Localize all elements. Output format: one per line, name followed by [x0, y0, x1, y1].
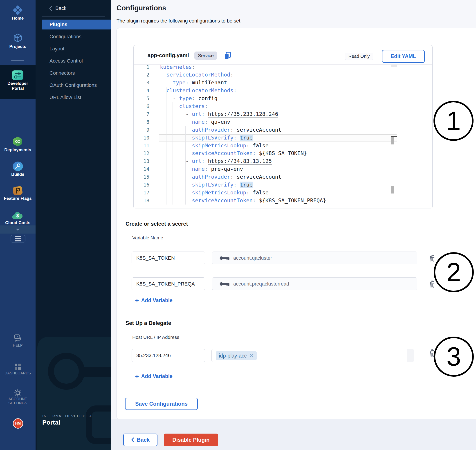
- svg-text:$: $: [16, 213, 19, 218]
- sidebar-item-cloud-costs[interactable]: Cloud Costs: [0, 220, 35, 225]
- annotation-circle-1: 1: [434, 101, 474, 141]
- code-line-15: 15 authProvider: serviceAccount: [134, 173, 391, 181]
- code-line-14: 14 name: pre-qa-env: [134, 165, 391, 173]
- cloud-costs-icon[interactable]: $: [0, 211, 35, 221]
- code-editor[interactable]: 1kubernetes:2 serviceLocatorMethod:3 typ…: [134, 64, 432, 209]
- brand-line2: Portal: [42, 419, 60, 426]
- yaml-filename: app-config.yaml: [147, 52, 189, 59]
- edit-yaml-button[interactable]: Edit YAML: [382, 50, 425, 63]
- builds-icon[interactable]: [0, 161, 35, 172]
- code-line-8: 8 name: qa-env: [134, 118, 391, 126]
- code-line-4: 4 clusterLocatorMethods:: [134, 87, 391, 95]
- code-line-6: 6 clusters:: [134, 102, 391, 110]
- page-subtitle: The plugin requires the following config…: [117, 18, 242, 24]
- delegate-section-title: Set Up a Delegate: [125, 320, 171, 326]
- key-icon: [219, 256, 230, 261]
- menu-item-plugins[interactable]: Plugins: [42, 20, 111, 30]
- scrollbar-corner: [391, 65, 397, 67]
- code-line-2: 2 serviceLocatorMethod:: [134, 71, 391, 79]
- dashboards-icon[interactable]: [0, 362, 35, 372]
- copy-icon[interactable]: [223, 52, 232, 60]
- secret-section-title: Create or select a secret: [125, 221, 188, 227]
- plus-icon: +: [135, 373, 139, 379]
- save-configurations-button[interactable]: Save Configurations: [125, 398, 198, 410]
- sidebar-item-help[interactable]: HELP: [0, 343, 35, 348]
- avatar[interactable]: HM: [13, 418, 23, 429]
- close-icon[interactable]: ✕: [249, 353, 253, 359]
- back-nav[interactable]: Back: [49, 6, 66, 11]
- back-button[interactable]: Back: [123, 434, 158, 446]
- code-line-5: 5 - type: config: [134, 95, 391, 102]
- harness-logo-icon[interactable]: [0, 5, 35, 17]
- sidebar-item-deployments[interactable]: Deployments: [0, 147, 35, 152]
- code-line-9: 9 authProvider: serviceAccount: [134, 126, 391, 134]
- sidebar-item-home[interactable]: Home: [0, 16, 35, 21]
- back-label: Back: [55, 6, 66, 11]
- help-icon[interactable]: ?: [0, 334, 35, 344]
- sidebar-item-account-settings[interactable]: ACCOUNTSETTINGS: [0, 397, 35, 405]
- plus-icon: +: [135, 298, 139, 303]
- code-line-3: 3 type: multiTenant: [134, 79, 391, 87]
- sidebar-item-projects[interactable]: Projects: [0, 44, 35, 49]
- decorative-stub: [83, 367, 111, 377]
- annotation-circle-2: 2: [434, 252, 474, 292]
- code-line-16: 16 skipTLSVerify: true: [134, 181, 391, 189]
- code-line-12: 12 serviceAccountToken: ${K8S_SA_TOKEN}: [134, 149, 391, 157]
- scrollbar-annotation: [391, 186, 394, 194]
- variable-name-input-2[interactable]: K8S_SA_TOKEN_PREQA: [132, 278, 205, 290]
- host-url-label: Host URL / IP Address: [132, 335, 179, 340]
- field-end-segment: [407, 349, 414, 362]
- code-line-10: 10 skipTLSVerify: true: [134, 134, 391, 142]
- code-line-1: 1kubernetes:: [134, 64, 391, 71]
- secret-select-1[interactable]: account.qacluster: [212, 252, 417, 264]
- chevron-down-icon: [16, 229, 20, 231]
- code-line-18: 18 serviceAccountToken: ${K8S_SA_TOKEN_P…: [134, 197, 391, 205]
- divider: [42, 16, 105, 17]
- delegate-tag[interactable]: idp-play-acc✕: [216, 351, 257, 360]
- delete-variable-row-button-2[interactable]: [429, 281, 436, 290]
- chevron-left-icon: [131, 437, 134, 442]
- feature-flags-icon[interactable]: [0, 185, 35, 197]
- sidebar-divider: [11, 60, 24, 61]
- key-icon: [219, 281, 230, 286]
- add-variable-delegate[interactable]: +Add Variable: [135, 373, 173, 379]
- code-line-13: 13 - url: https://34.83.13.125: [134, 157, 391, 165]
- code-line-17: 17 skipMetricsLookup: false: [134, 189, 391, 197]
- brand-line1: INTERNAL DEVELOPER: [42, 414, 92, 419]
- page-title: Configurations: [117, 4, 166, 12]
- developer-portal-icon[interactable]: [0, 70, 35, 81]
- sidebar-item-dashboards[interactable]: DASHBOARDS: [0, 371, 35, 375]
- back-chevron-icon: [49, 6, 52, 11]
- annotation-circle-3: 3: [434, 337, 474, 377]
- sidebar-collapse-strip[interactable]: [0, 225, 35, 234]
- service-badge: Service: [194, 52, 217, 60]
- menu-item-layout[interactable]: Layout: [35, 44, 111, 54]
- menu-item-oauth-configurations[interactable]: OAuth Configurations: [35, 80, 111, 90]
- svg-text:?: ?: [16, 335, 18, 339]
- variable-name-input-1[interactable]: K8S_SA_TOKEN: [132, 252, 205, 264]
- menu-item-configurations[interactable]: Configurations: [35, 32, 111, 42]
- disable-plugin-button[interactable]: Disable Plugin: [164, 434, 218, 446]
- sidebar-item-builds[interactable]: Builds: [0, 172, 35, 177]
- delegate-tags-field[interactable]: idp-play-acc✕: [212, 349, 414, 362]
- sidebar-item-feature-flags[interactable]: Feature Flags: [0, 196, 35, 201]
- decorative-ring: [48, 353, 85, 390]
- secondary-sidebar: Back PluginsConfigurationsLayoutAccess C…: [35, 0, 111, 450]
- add-variable-secret[interactable]: +Add Variable: [135, 297, 173, 303]
- projects-cube-icon[interactable]: [0, 33, 35, 44]
- module-grid-button[interactable]: [11, 235, 25, 243]
- delete-variable-row-button-1[interactable]: [429, 255, 436, 264]
- grid-menu-icon: [15, 236, 21, 241]
- menu-item-url-allow-list[interactable]: URL Allow List: [35, 93, 111, 102]
- yaml-editor-card: app-config.yaml Service Read Only Edit Y…: [133, 45, 433, 209]
- host-url-input[interactable]: 35.233.128.246: [132, 349, 205, 362]
- menu-item-connectors[interactable]: Connectors: [35, 68, 111, 78]
- sidebar-item-developer-portal[interactable]: DeveloperPortal: [0, 81, 35, 91]
- menu-item-access-control[interactable]: Access Control: [35, 56, 111, 66]
- secret-select-2[interactable]: account.preqaclusterread: [212, 278, 417, 290]
- primary-sidebar: HomeProjectsDeveloperPortalDeploymentsBu…: [0, 0, 35, 450]
- scrollbar-thumb[interactable]: [391, 137, 394, 144]
- decorative-rect: [86, 405, 111, 444]
- deployments-icon[interactable]: [0, 136, 35, 148]
- code-line-11: 11 skipMetricsLookup: false: [134, 142, 391, 150]
